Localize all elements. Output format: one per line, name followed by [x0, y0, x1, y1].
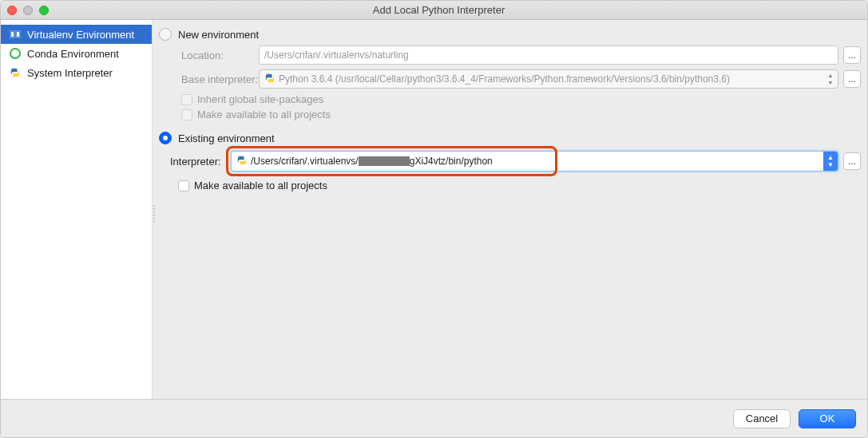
location-input[interactable]: /Users/crifan/.virtualenvs/naturling: [259, 45, 838, 65]
svg-rect-3: [17, 32, 19, 37]
interpreter-path-prefix: /Users/crifan/.virtualenvs/: [251, 156, 359, 167]
chevron-down-icon: ▼: [825, 79, 836, 86]
sidebar-item-conda[interactable]: Conda Environment: [1, 44, 152, 63]
inherit-packages-row: Inherit global site-packages: [159, 93, 861, 105]
svg-rect-2: [11, 32, 14, 37]
existing-env-make-available-row: Make available to all projects: [159, 180, 861, 191]
svg-point-4: [10, 49, 20, 58]
new-environment-label: New environment: [178, 29, 259, 41]
interpreter-label: Interpreter:: [159, 156, 231, 168]
dialog-body: Virtualenv Environment Conda Environment…: [1, 20, 867, 399]
inherit-packages-checkbox[interactable]: [181, 94, 192, 105]
new-environment-radio[interactable]: [159, 28, 172, 41]
chevron-up-icon: ▲: [827, 154, 834, 161]
chevron-up-icon: ▲: [825, 72, 836, 79]
sidebar-item-label: Virtualenv Environment: [27, 29, 134, 41]
interpreter-path-suffix: gXiJ4vtz/bin/python: [410, 156, 493, 167]
new-env-make-available-checkbox[interactable]: [181, 109, 192, 120]
close-window-button[interactable]: [7, 6, 17, 15]
sidebar-item-virtualenv[interactable]: Virtualenv Environment: [1, 25, 152, 44]
python-icon: [236, 155, 248, 168]
redacted-segment: [359, 156, 410, 166]
location-browse-button[interactable]: ...: [843, 46, 861, 64]
existing-env-make-available-checkbox[interactable]: [178, 180, 189, 191]
new-env-make-available-row: Make available to all projects: [159, 109, 861, 120]
new-env-radio-row: New environment: [159, 28, 861, 41]
window-title: Add Local Python Interpreter: [17, 4, 861, 16]
dialog-window: Add Local Python Interpreter Virtualenv …: [0, 0, 868, 438]
base-interpreter-browse-button[interactable]: ...: [843, 70, 861, 88]
titlebar: Add Local Python Interpreter: [1, 1, 867, 20]
chevron-down-icon: ▼: [827, 161, 834, 168]
python-icon: [9, 66, 22, 79]
interpreter-type-sidebar: Virtualenv Environment Conda Environment…: [1, 20, 153, 399]
dialog-footer: Cancel OK: [1, 399, 867, 437]
combo-stepper[interactable]: ▲ ▼: [823, 152, 838, 171]
sidebar-item-system[interactable]: System Interpreter: [1, 63, 152, 82]
base-interpreter-row: Base interpreter: Python 3.6.4 (/usr/loc…: [159, 69, 861, 89]
cancel-button[interactable]: Cancel: [733, 409, 791, 428]
pane-drag-handle[interactable]: [152, 198, 157, 230]
ok-button[interactable]: OK: [799, 409, 856, 428]
interpreter-browse-button[interactable]: ...: [843, 152, 861, 170]
existing-env-make-available-label: Make available to all projects: [194, 180, 327, 191]
python-icon: [264, 73, 275, 86]
existing-environment-label: Existing environment: [178, 132, 275, 144]
location-row: Location: /Users/crifan/.virtualenvs/nat…: [159, 45, 861, 65]
base-interpreter-value: Python 3.6.4 (/usr/local/Cellar/python3/…: [279, 73, 730, 85]
dropdown-stepper[interactable]: ▲ ▼: [825, 72, 836, 86]
virtualenv-icon: [9, 28, 22, 41]
interpreter-combo[interactable]: /Users/crifan/.virtualenvs/gXiJ4vtz/bin/…: [231, 151, 838, 172]
base-interpreter-dropdown[interactable]: Python 3.6.4 (/usr/local/Cellar/python3/…: [259, 69, 838, 89]
inherit-packages-label: Inherit global site-packages: [197, 93, 323, 105]
sidebar-item-label: System Interpreter: [27, 67, 113, 79]
existing-environment-radio[interactable]: [159, 132, 172, 144]
new-env-make-available-label: Make available to all projects: [197, 109, 331, 120]
settings-panel: New environment Location: /Users/crifan/…: [153, 20, 867, 399]
base-interpreter-label: Base interpreter:: [159, 73, 259, 85]
interpreter-row: Interpreter: /Users/crifan/.virtualenvs/…: [159, 151, 861, 172]
existing-env-radio-row: Existing environment: [159, 132, 861, 144]
conda-icon: [9, 47, 22, 60]
location-label: Location:: [159, 49, 259, 61]
sidebar-item-label: Conda Environment: [27, 48, 119, 60]
